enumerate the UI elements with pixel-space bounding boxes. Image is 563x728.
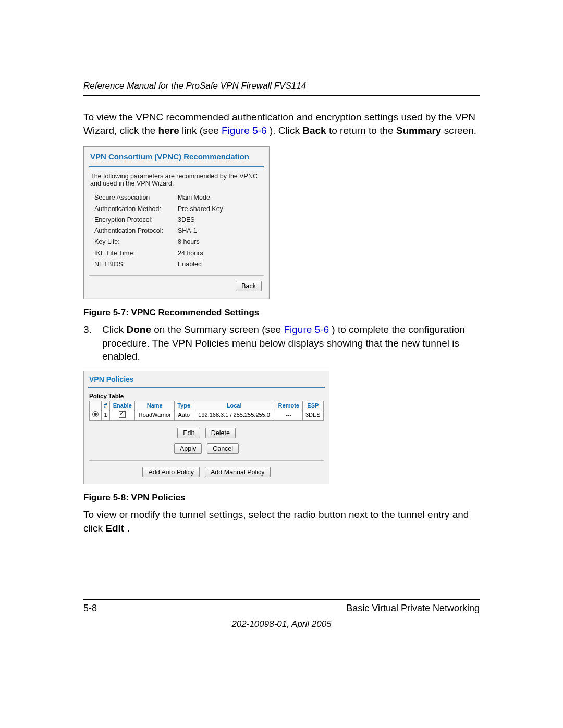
row-esp: 3DES [302,410,323,420]
table-header-row: # Enable Name Type Local Remote ESP [90,401,324,410]
text: screen. [444,125,476,136]
policy-table: # Enable Name Type Local Remote ESP 1 Ro… [89,401,324,421]
summary-label: Summary [396,125,442,136]
text: link (see [182,125,222,136]
param-value: Pre-shared Key [178,204,279,215]
vpn-policies-panel: VPN Policies Policy Table # Enable Name … [83,371,329,484]
param-value: 24 hours [178,248,279,259]
row-type: Auto [175,410,193,420]
param-label: IKE Life Time: [94,248,178,259]
intro-paragraph: To view the VPNC recommended authenticat… [83,110,480,137]
vpnc-recommendation-panel: VPN Consortium (VPNC) Recommendation The… [83,146,270,299]
text: Click [102,324,126,335]
text: ). Click [270,125,302,136]
row-local: 192.168.3.1 / 255.255.255.0 [193,410,275,420]
vpnc-params-table: Secure AssociationMain Mode Authenticati… [84,192,285,274]
param-label: Encryption Protocol: [94,215,178,226]
divider [89,460,324,461]
apply-button[interactable]: Apply [174,443,202,454]
done-label: Done [126,324,151,335]
param-label: Secure Association [94,192,178,203]
divider [83,599,480,600]
policy-table-label: Policy Table [84,393,329,401]
row-name: RoadWarrior [135,410,175,420]
step-number: 3. [83,323,93,363]
step-3: 3. Click Done on the Summary screen (see… [83,323,480,363]
param-value: 3DES [178,215,279,226]
radio-icon [92,411,99,417]
figure-caption: Figure 5-8: VPN Policies [83,492,480,503]
checkbox-icon [119,411,126,418]
text: . [127,523,129,534]
param-label: Authentication Method: [94,204,178,215]
param-value: 8 hours [178,237,279,248]
back-label: Back [302,125,326,136]
add-auto-policy-button[interactable]: Add Auto Policy [142,467,200,477]
edit-button[interactable]: Edit [177,428,200,438]
edit-label: Edit [105,523,124,534]
vpnc-row: Authentication Protocol:SHA-1 [94,226,279,237]
vpn-policies-title: VPN Policies [84,371,329,386]
param-value: SHA-1 [178,226,279,237]
vpnc-description: The following parameters are recommended… [84,172,269,192]
text: to return to the [329,125,396,136]
vpnc-row: Key Life:8 hours [94,237,279,248]
col-num: # [102,401,110,410]
vpnc-row: Secure AssociationMain Mode [94,192,279,203]
divider [88,387,325,388]
document-id: 202-10098-01, April 2005 [83,619,480,630]
vpnc-row: Authentication Method:Pre-shared Key [94,204,279,215]
col-type: Type [175,401,193,410]
param-label: Key Life: [94,237,178,248]
cancel-button[interactable]: Cancel [207,443,239,454]
text: To view or modify the tunnel settings, s… [83,509,469,534]
here-link-label: here [158,125,179,136]
param-label: Authentication Protocol: [94,226,178,237]
col-select [90,401,102,410]
tail-paragraph: To view or modify the tunnel settings, s… [83,508,480,535]
page-footer: 5-8 Basic Virtual Private Networking 202… [83,595,480,630]
col-esp: ESP [302,401,323,410]
row-enable[interactable] [110,410,135,420]
param-value: Main Mode [178,192,279,203]
delete-button[interactable]: Delete [205,428,236,438]
back-button[interactable]: Back [236,281,262,291]
vpnc-title: VPN Consortium (VPNC) Recommendation [84,147,269,164]
table-row: 1 RoadWarrior Auto 192.168.3.1 / 255.255… [90,410,324,420]
col-remote: Remote [275,401,302,410]
vpnc-row: Encryption Protocol:3DES [94,215,279,226]
divider [89,166,264,167]
row-num: 1 [102,410,110,420]
param-label: NETBIOS: [94,259,178,270]
figure-caption: Figure 5-7: VPNC Recommended Settings [83,307,480,318]
text: on the Summary screen (see [154,324,284,335]
col-enable: Enable [110,401,135,410]
param-value: Enabled [178,259,279,270]
vpnc-row: IKE Life Time:24 hours [94,248,279,259]
row-radio[interactable] [90,410,102,420]
figure-ref-link[interactable]: Figure 5-6 [284,324,329,335]
col-name: Name [135,401,175,410]
vpnc-row: NETBIOS:Enabled [94,259,279,270]
col-local: Local [193,401,275,410]
page-header: Reference Manual for the ProSafe VPN Fir… [83,81,480,96]
page-number: 5-8 [83,603,97,614]
add-manual-policy-button[interactable]: Add Manual Policy [205,467,271,477]
divider [89,275,264,276]
section-title: Basic Virtual Private Networking [346,603,480,614]
row-remote: --- [275,410,302,420]
figure-ref-link[interactable]: Figure 5-6 [222,125,267,136]
